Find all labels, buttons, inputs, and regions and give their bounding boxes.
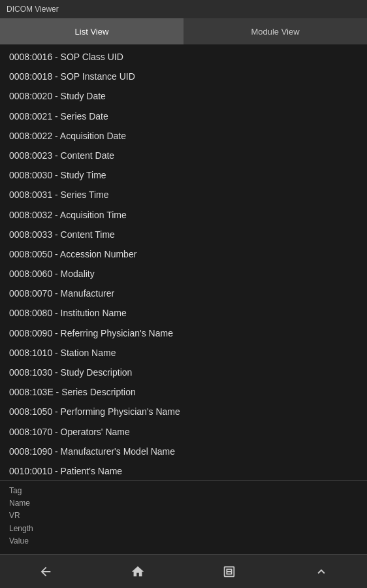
nav-bar [0,554,367,588]
list-item[interactable]: 0008:0030 - Study Time [0,165,367,185]
back-icon [39,564,53,579]
list-item[interactable]: 0008:0050 - Accession Number [0,244,367,264]
list-item[interactable]: 0008:0018 - SOP Instance UID [0,67,367,86]
dicom-list[interactable]: 0008:0016 - SOP Class UID0008:0018 - SOP… [0,44,367,480]
list-item[interactable]: 0008:0060 - Modality [0,264,367,284]
tab-list-view[interactable]: List View [0,18,184,44]
list-item[interactable]: 0008:1030 - Study Description [0,363,367,382]
info-panel: Tag Name VR Length Value [0,480,367,554]
list-item[interactable]: 0008:0032 - Acquisition Time [0,205,367,225]
list-item[interactable]: 0008:0090 - Referring Physician's Name [0,323,367,343]
list-item[interactable]: 0008:0023 - Content Date [0,146,367,165]
recent-button[interactable] [216,559,242,585]
list-item[interactable]: 0008:0021 - Series Date [0,106,367,126]
menu-icon [314,564,328,579]
list-item[interactable]: 0008:0031 - Series Time [0,185,367,204]
main-content: 0008:0016 - SOP Class UID0008:0018 - SOP… [0,44,367,554]
list-item[interactable]: 0008:0080 - Institution Name [0,303,367,323]
recent-icon [222,564,236,579]
back-button[interactable] [33,559,59,585]
info-name: Name [9,497,358,510]
list-item[interactable]: 0010:0010 - Patient's Name [0,461,367,480]
list-item[interactable]: 0008:0033 - Content Time [0,225,367,244]
info-tag: Tag [9,485,358,497]
app-title: DICOM Viewer [7,5,59,14]
list-item[interactable]: 0008:0022 - Acquisition Date [0,126,367,146]
home-button[interactable] [125,559,151,585]
list-item[interactable]: 0008:1050 - Performing Physician's Name [0,402,367,421]
menu-button[interactable] [308,559,334,585]
list-item[interactable]: 0008:0016 - SOP Class UID [0,47,367,67]
list-item[interactable]: 0008:1090 - Manufacturer's Model Name [0,442,367,461]
home-icon [131,564,145,579]
tab-module-view-label: Module View [251,27,299,37]
info-vr: VR [9,510,358,522]
tab-module-view[interactable]: Module View [184,18,367,44]
list-item[interactable]: 0008:103E - Series Description [0,382,367,402]
list-item[interactable]: 0008:1070 - Operators' Name [0,422,367,442]
list-item[interactable]: 0008:1010 - Station Name [0,343,367,363]
list-item[interactable]: 0008:0070 - Manufacturer [0,284,367,303]
tab-list-view-label: List View [75,27,109,37]
tab-bar: List View Module View [0,18,367,44]
list-item[interactable]: 0008:0020 - Study Date [0,86,367,106]
info-value: Value [9,535,358,547]
title-bar: DICOM Viewer [0,0,367,18]
info-length: Length [9,523,358,535]
